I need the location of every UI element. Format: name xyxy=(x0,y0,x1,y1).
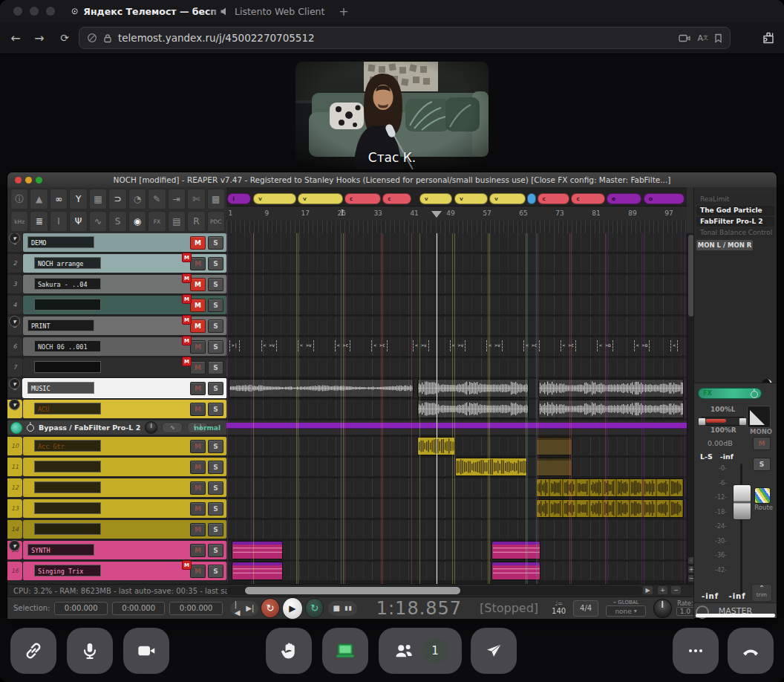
zoom-in-horizontal-button[interactable]: + xyxy=(658,586,667,594)
new-tab-button[interactable]: + xyxy=(336,3,352,19)
pan-slider[interactable] xyxy=(699,417,746,426)
selection-end-field[interactable]: 0:00.000 xyxy=(112,602,165,615)
stop-button[interactable]: ■ xyxy=(333,604,339,612)
fx-fork-icon[interactable]: Ψ xyxy=(69,211,87,232)
track-header[interactable]: ACUMS xyxy=(23,400,226,418)
reaper-minimize-button[interactable] xyxy=(25,177,32,184)
solo-button[interactable]: S xyxy=(208,236,223,250)
take-marker[interactable]: < >v xyxy=(298,340,314,351)
track-name-input[interactable]: ACU xyxy=(34,403,101,415)
track-number[interactable]: 5▼ xyxy=(7,316,22,335)
track-number[interactable]: 2 xyxy=(7,254,22,273)
snap-magnet-icon[interactable]: ⊃ xyxy=(108,189,126,210)
clock-icon[interactable]: ◔ xyxy=(128,189,146,210)
take-marker[interactable]: < >v xyxy=(261,340,278,351)
media-item[interactable] xyxy=(232,541,283,559)
mute-button[interactable]: M xyxy=(190,236,206,250)
time-signature[interactable]: 4/4 xyxy=(573,600,598,617)
track-number[interactable]: 12 xyxy=(7,478,22,497)
razor-icon[interactable]: ✄ xyxy=(187,189,205,210)
grid-icon[interactable]: ▦ xyxy=(89,189,107,210)
tab-listento[interactable]: Listento Web Client xyxy=(212,0,350,22)
translate-icon[interactable]: A文 xyxy=(697,33,708,43)
solo-button[interactable]: S xyxy=(208,257,223,270)
region-marker[interactable]: e xyxy=(607,193,641,204)
region-marker[interactable]: v xyxy=(253,193,296,204)
trim-button[interactable]: ⌃trim xyxy=(751,584,772,602)
track-header[interactable]: Acc GtrMS xyxy=(23,437,226,455)
mute-button[interactable]: M xyxy=(190,403,206,416)
media-item[interactable] xyxy=(229,379,414,397)
solo-button[interactable]: S xyxy=(208,544,223,557)
go-to-end-button[interactable]: ▶| xyxy=(246,604,254,612)
solo-button[interactable]: S xyxy=(208,278,223,291)
ruler-numbers[interactable]: 191725334149576573818997I xyxy=(226,206,687,221)
media-item[interactable] xyxy=(536,458,572,476)
folder-collapse-button[interactable]: ▼ xyxy=(9,316,20,327)
window-zoom-button[interactable] xyxy=(46,7,55,16)
region-marker[interactable]: c xyxy=(344,193,382,204)
envelope-list-icon[interactable]: ▤ xyxy=(168,211,186,232)
folder-collapse-button[interactable]: ▼ xyxy=(9,233,20,244)
solo-button[interactable]: S xyxy=(208,319,223,333)
solo-button[interactable]: S xyxy=(208,461,223,474)
track-header[interactable]: MS xyxy=(23,499,226,518)
solo-button[interactable]: S xyxy=(208,440,223,453)
khz-icon[interactable]: kHz xyxy=(10,211,28,232)
track-number[interactable]: 13 xyxy=(7,499,22,518)
master-mute-button[interactable]: M xyxy=(753,437,771,450)
master-fader[interactable] xyxy=(740,464,742,594)
folder-collapse-button[interactable]: ▼ xyxy=(9,378,20,389)
region-marker[interactable]: c xyxy=(538,193,569,204)
track-header[interactable]: Singing TrixMSM xyxy=(23,562,226,580)
window-close-button[interactable] xyxy=(13,7,22,16)
horizontal-scrollbar[interactable] xyxy=(226,586,642,595)
track-number[interactable]: 8▼ xyxy=(7,379,22,397)
track-number[interactable]: 6 xyxy=(7,337,22,356)
track-name-input[interactable] xyxy=(34,523,101,535)
link-icon[interactable]: ∞ xyxy=(50,189,68,210)
mono-button[interactable] xyxy=(747,406,771,428)
master-label-row[interactable]: MASTER xyxy=(694,603,777,618)
mute-button[interactable]: M xyxy=(190,361,206,374)
track-number[interactable]: 15▼ xyxy=(7,541,22,559)
media-item[interactable] xyxy=(538,400,684,418)
region-marker[interactable]: o xyxy=(644,193,685,204)
forward-button[interactable]: → xyxy=(30,28,49,48)
solo-button[interactable]: S xyxy=(208,481,223,495)
pause-button[interactable]: ▮▮ xyxy=(344,605,353,611)
media-item[interactable] xyxy=(417,379,529,397)
participants-button[interactable]: 1 xyxy=(379,628,462,674)
track-number[interactable]: 14 xyxy=(7,520,22,539)
playhead-marker[interactable] xyxy=(431,211,442,218)
repeat-button[interactable]: ↻ xyxy=(305,598,324,618)
address-bar[interactable]: telemost.yandex.ru/j/45002270705512 A文 xyxy=(79,27,731,49)
master-fx-slot[interactable]: FX xyxy=(698,388,762,399)
region-marker[interactable]: v xyxy=(419,193,452,204)
envelope-armed-icon[interactable] xyxy=(10,422,22,434)
track-header[interactable]: MS xyxy=(23,458,226,476)
track-header[interactable]: Sakura - ..04MSM xyxy=(23,275,226,293)
solo-button[interactable]: S xyxy=(208,403,223,416)
raise-hand-button[interactable] xyxy=(266,628,312,674)
track-number[interactable]: 3 xyxy=(7,275,22,293)
track-name-input[interactable]: NOCH arrange xyxy=(34,257,101,269)
track-number[interactable]: 7 xyxy=(7,358,22,377)
track-header[interactable]: MS xyxy=(23,478,226,497)
mixer-icon[interactable]: ≣ xyxy=(30,211,48,232)
track-name-input[interactable]: Singing Trix xyxy=(34,565,101,577)
selection-start-field[interactable]: 0:00.000 xyxy=(54,602,107,615)
more-options-button[interactable] xyxy=(673,628,719,674)
track-name-input[interactable] xyxy=(34,461,101,472)
scroll-right-button[interactable]: ▶ xyxy=(643,586,653,594)
transport-position[interactable]: 1:18.857 xyxy=(376,598,462,619)
mute-button[interactable]: M xyxy=(190,382,206,395)
mute-button[interactable]: M xyxy=(190,502,206,516)
routing-icon[interactable]: ∿ xyxy=(89,211,107,232)
global-automation[interactable]: ⌁ GLOBAL none▾ xyxy=(606,600,646,617)
region-bar[interactable]: ivvccvvvcceo xyxy=(226,193,687,204)
route-icon[interactable] xyxy=(754,487,771,504)
playhead[interactable] xyxy=(437,233,438,584)
envelope-knob[interactable] xyxy=(145,421,157,434)
track-header[interactable]: DEMOMS xyxy=(23,233,226,252)
